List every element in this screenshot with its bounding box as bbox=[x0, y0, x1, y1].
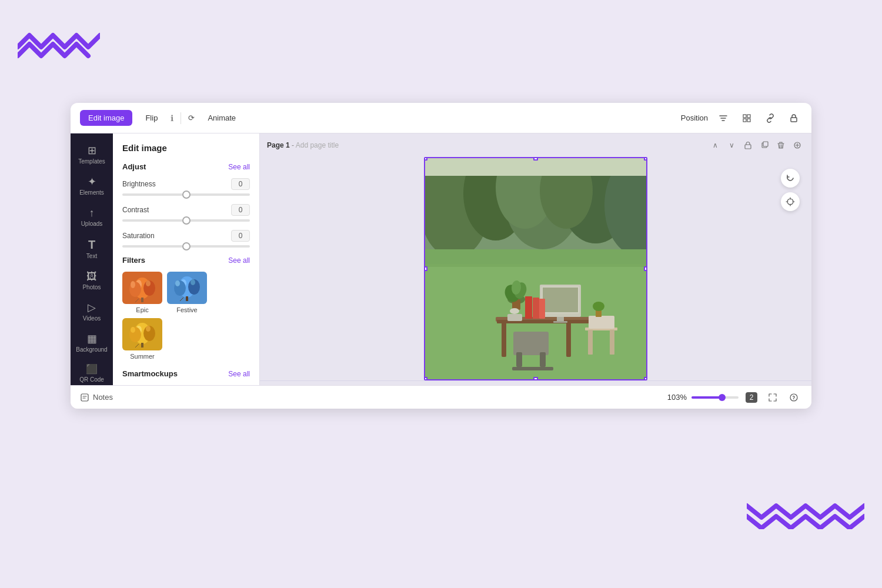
svg-rect-81 bbox=[525, 296, 532, 319]
brightness-value[interactable]: 0 bbox=[231, 178, 250, 190]
zoom-slider-thumb[interactable] bbox=[719, 394, 726, 401]
handle-tm[interactable] bbox=[533, 157, 538, 161]
sidebar-item-background[interactable]: ▦ Background bbox=[74, 329, 109, 358]
saturation-thumb[interactable] bbox=[182, 242, 191, 250]
handle-mr[interactable] bbox=[644, 266, 647, 271]
svg-rect-78 bbox=[543, 288, 578, 312]
svg-point-9 bbox=[131, 281, 135, 288]
page2-chevron-up[interactable]: ∧ bbox=[708, 385, 722, 385]
refresh-btn[interactable] bbox=[781, 169, 800, 188]
svg-rect-90 bbox=[588, 330, 593, 355]
svg-point-29 bbox=[146, 326, 151, 332]
sidebar-label-elements: Elements bbox=[79, 189, 104, 196]
svg-rect-79 bbox=[557, 317, 564, 322]
contrast-thumb[interactable] bbox=[182, 216, 191, 225]
svg-rect-73 bbox=[516, 352, 522, 367]
handle-tr[interactable] bbox=[644, 157, 647, 161]
sidebar-label-qrcode: QR Code bbox=[79, 376, 104, 383]
adjust-section-header: Adjust See all bbox=[122, 162, 250, 171]
filter-grid: Epic bbox=[122, 272, 250, 360]
sidebar-item-videos[interactable]: ▷ Videos bbox=[74, 298, 109, 326]
page1-delete-icon[interactable] bbox=[774, 138, 788, 152]
sidebar-icons: ⊞ Templates ✦ Elements ↑ Uploads T Text … bbox=[71, 133, 113, 385]
handle-br[interactable] bbox=[644, 377, 647, 380]
sidebar-item-elements[interactable]: ✦ Elements bbox=[74, 172, 109, 201]
uploads-icon: ↑ bbox=[89, 208, 95, 218]
help-btn[interactable] bbox=[786, 389, 802, 406]
svg-rect-30 bbox=[141, 343, 143, 348]
filter-thumb-epic bbox=[122, 272, 162, 304]
svg-rect-74 bbox=[540, 352, 546, 367]
deco-zigzag-tl bbox=[18, 24, 100, 59]
svg-point-11 bbox=[146, 280, 151, 286]
svg-point-27 bbox=[131, 327, 135, 333]
page1-nav-icons: ∧ ∨ bbox=[708, 138, 804, 152]
edit-panel: Edit image Adjust See all Brightness 0 bbox=[113, 133, 260, 385]
sidebar-item-uploads[interactable]: ↑ Uploads bbox=[74, 203, 109, 232]
page1-add-icon[interactable] bbox=[790, 138, 804, 152]
notes-button[interactable]: Notes bbox=[80, 393, 113, 402]
svg-rect-2 bbox=[743, 119, 746, 122]
link-icon-btn[interactable] bbox=[762, 110, 779, 126]
page1-chevron-down[interactable]: ∨ bbox=[724, 138, 739, 152]
handle-bm[interactable] bbox=[533, 377, 538, 380]
page2-lock-icon[interactable] bbox=[741, 385, 755, 385]
tab-flip[interactable]: Flip bbox=[137, 110, 166, 126]
page1-chevron-up[interactable]: ∧ bbox=[708, 138, 722, 152]
photos-icon: 🖼 bbox=[86, 271, 97, 282]
sidebar-item-text[interactable]: T Text bbox=[74, 234, 109, 264]
rotate-panel-btn[interactable] bbox=[781, 192, 800, 211]
grid-icon-btn[interactable] bbox=[739, 110, 755, 126]
handle-tl[interactable] bbox=[424, 157, 427, 161]
contrast-track[interactable] bbox=[122, 219, 250, 222]
svg-point-103 bbox=[793, 399, 794, 400]
page2-copy-icon[interactable] bbox=[757, 385, 771, 385]
zoom-slider-fill bbox=[691, 396, 720, 399]
page-count-container: 2 bbox=[743, 389, 760, 406]
svg-rect-0 bbox=[743, 115, 746, 118]
lock-icon-btn[interactable] bbox=[786, 110, 802, 126]
page1-lock-icon[interactable] bbox=[741, 138, 755, 152]
tab-edit-image[interactable]: Edit image bbox=[80, 110, 132, 126]
handle-bl[interactable] bbox=[424, 377, 427, 380]
elements-icon: ✦ bbox=[88, 176, 96, 187]
adjust-see-all[interactable]: See all bbox=[228, 163, 250, 171]
page-count-badge: 2 bbox=[746, 392, 758, 403]
saturation-track[interactable] bbox=[122, 245, 250, 248]
smartmockups-section-title: Smartmockups bbox=[122, 369, 178, 378]
notes-label: Notes bbox=[93, 393, 113, 402]
info-icon: ℹ bbox=[171, 113, 173, 123]
page1-copy-icon[interactable] bbox=[757, 138, 771, 152]
brightness-track[interactable] bbox=[122, 193, 250, 196]
contrast-value[interactable]: 0 bbox=[231, 204, 250, 216]
filter-festive[interactable]: Festive bbox=[167, 272, 207, 313]
page2-add-icon[interactable] bbox=[790, 385, 804, 385]
saturation-value[interactable]: 0 bbox=[231, 230, 250, 242]
filter-summer[interactable]: Summer bbox=[122, 318, 162, 360]
app-window: Edit image Flip ℹ ⟳ Animate Position bbox=[71, 103, 811, 409]
svg-point-96 bbox=[510, 308, 519, 314]
saturation-label: Saturation bbox=[122, 232, 155, 240]
sidebar-label-templates: Templates bbox=[78, 158, 105, 165]
page2-chevron-down[interactable]: ∨ bbox=[724, 385, 739, 385]
canvas-image-container[interactable]: ↻ bbox=[424, 157, 647, 380]
page2-delete-icon[interactable] bbox=[774, 385, 788, 385]
expand-btn[interactable] bbox=[764, 389, 781, 406]
tab-animate[interactable]: Animate bbox=[199, 110, 244, 126]
smartmockups-see-all[interactable]: See all bbox=[228, 370, 250, 378]
edit-panel-title: Edit image bbox=[122, 143, 250, 153]
sidebar-item-photos[interactable]: 🖼 Photos bbox=[74, 266, 109, 295]
sidebar-item-qrcode[interactable]: ⬛ QR Code bbox=[74, 360, 109, 385]
zoom-slider[interactable] bbox=[691, 396, 739, 399]
sidebar-item-templates[interactable]: ⊞ Templates bbox=[74, 141, 109, 169]
position-label[interactable]: Position bbox=[681, 113, 708, 122]
filters-see-all[interactable]: See all bbox=[228, 256, 250, 265]
brightness-thumb[interactable] bbox=[182, 191, 191, 199]
filter-icon-btn[interactable] bbox=[715, 110, 731, 126]
svg-rect-52 bbox=[763, 142, 768, 146]
filter-epic[interactable]: Epic bbox=[122, 272, 162, 313]
toolbar-left: Edit image Flip ℹ ⟳ Animate bbox=[80, 110, 244, 126]
toolbar-right: Position bbox=[681, 110, 802, 126]
handle-ml[interactable] bbox=[424, 266, 427, 271]
videos-icon: ▷ bbox=[88, 302, 96, 313]
